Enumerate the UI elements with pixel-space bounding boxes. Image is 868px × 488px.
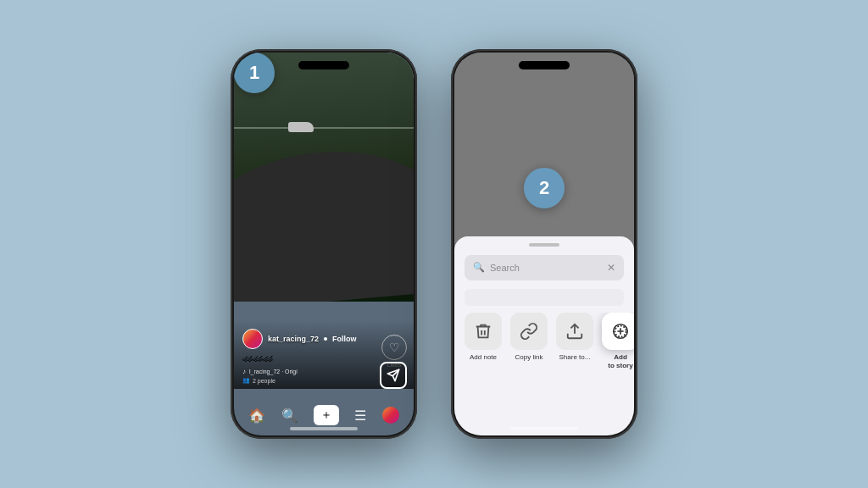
- share-to-label: Share to...: [559, 353, 591, 362]
- add-to-story-label: Addto story: [608, 353, 632, 369]
- add-circle-icon: [611, 322, 630, 341]
- step-1-bubble: 1: [234, 53, 275, 93]
- track-line: [234, 127, 414, 129]
- nav-profile[interactable]: [382, 407, 399, 424]
- copy-link-icon: [510, 313, 548, 350]
- trash-icon: [474, 322, 492, 341]
- link-icon: [520, 322, 538, 341]
- send-icon: [387, 369, 400, 382]
- music-icon: ♪: [242, 368, 246, 375]
- music-text: l_racing_72 · Origi: [249, 369, 298, 374]
- search-placeholder: Search: [490, 263, 602, 273]
- upload-icon: [565, 322, 584, 341]
- dot-separator: [324, 337, 327, 341]
- race-car: [288, 122, 314, 132]
- contacts-area: [465, 289, 624, 306]
- share-option-share-to[interactable]: Share to...: [553, 313, 597, 369]
- search-bar[interactable]: 🔍 Search ✕: [465, 255, 624, 280]
- share-sheet-background: 2 🔍 Search ✕: [454, 53, 634, 435]
- add-note-icon: [465, 313, 502, 350]
- username: kat_racing_72: [268, 335, 319, 343]
- emoji-row: 🏎🏎🏎: [242, 352, 405, 364]
- avatar: [242, 329, 263, 349]
- user-info-row: kat_racing_72 Follow: [242, 329, 405, 349]
- share-sheet: 🔍 Search ✕: [454, 236, 634, 435]
- people-count: 2 people: [253, 378, 275, 384]
- share-options-row: Add note Copy link: [454, 313, 634, 369]
- copy-link-label: Copy link: [515, 353, 543, 362]
- share-option-add-to-story[interactable]: Addto story: [598, 313, 634, 369]
- follow-button[interactable]: Follow: [332, 335, 357, 343]
- track-surface: [234, 141, 414, 302]
- nav-home[interactable]: 🏠: [248, 408, 265, 424]
- people-icon: 👥: [242, 377, 250, 384]
- share-option-add-note[interactable]: Add note: [461, 313, 505, 369]
- add-to-story-icon: [602, 313, 634, 350]
- step-2-bubble: 2: [524, 168, 565, 208]
- close-search-icon[interactable]: ✕: [607, 262, 615, 274]
- nav-add[interactable]: ＋: [314, 405, 339, 425]
- sheet-handle: [529, 243, 559, 247]
- phone-1: ♡ Likes kat_racing_72 Follow 🏎🏎🏎 ♪ l_rac…: [231, 49, 417, 439]
- dynamic-island-1: [298, 61, 349, 69]
- home-bar-1: [290, 427, 358, 430]
- share-button[interactable]: [380, 362, 407, 389]
- search-icon: 🔍: [473, 262, 485, 273]
- dynamic-island-2: [519, 61, 570, 69]
- add-note-label: Add note: [470, 353, 497, 362]
- share-option-copy-link[interactable]: Copy link: [507, 313, 551, 369]
- nav-search[interactable]: 🔍: [281, 408, 298, 424]
- blurred-content: [454, 53, 634, 263]
- home-bar-2: [510, 427, 578, 430]
- phone-2: 2 🔍 Search ✕: [451, 49, 637, 439]
- bottom-nav: 🏠 🔍 ＋ ☰: [234, 405, 414, 425]
- nav-inbox[interactable]: ☰: [354, 408, 366, 424]
- share-to-icon: [556, 313, 593, 350]
- emojis: 🏎🏎🏎: [242, 352, 273, 364]
